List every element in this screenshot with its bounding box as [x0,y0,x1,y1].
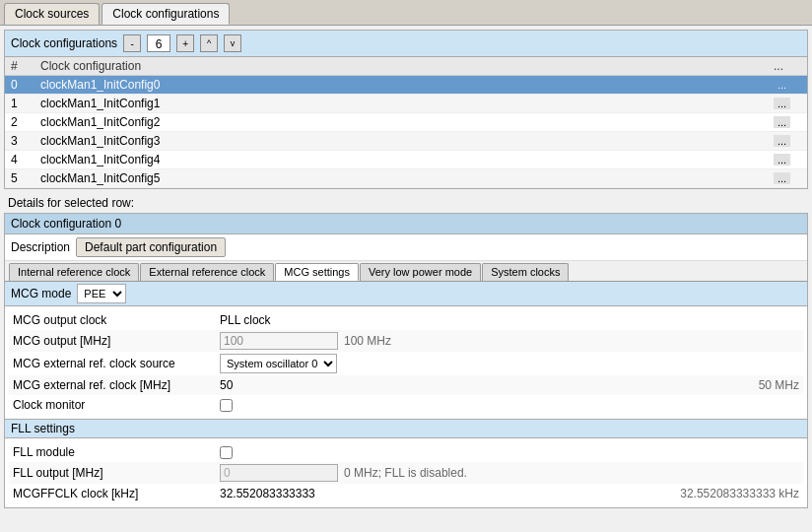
section-title: Clock configurations [11,36,117,50]
increment-button[interactable]: + [176,34,194,52]
decrement-button[interactable]: - [123,34,141,52]
setting-row-mcg-output-mhz: MCG output [MHz] 100 MHz [9,330,803,352]
settings-area: MCG output clock PLL clock MCG output [M… [5,306,807,419]
fll-header: FLL settings [5,419,807,438]
row-id: 0 [5,76,34,95]
fll-settings-area: FLL module FLL output [MHz] 0 MHz; FLL i… [5,438,807,507]
input-mcg-output-mhz[interactable] [220,332,338,350]
unit-mcg-ext-clk: 50 MHz [759,378,799,392]
table-row[interactable]: 4clockMan1_InitConfig4... [5,151,807,169]
count-value: 6 [147,34,170,52]
label-mcg-ext-src: MCG external ref. clock source [13,357,220,370]
details-label: Details for selected row: [4,193,808,213]
label-clock-monitor: Clock monitor [13,398,220,412]
mcg-mode-header: MCG mode PEE FEI FBI BLPI [5,282,807,306]
row-id: 1 [5,95,34,113]
setting-row-mcgffclk: MCGFFCLK clock [kHz] 32.552083333333 32.… [9,484,803,503]
label-mcgffclk: MCGFFCLK clock [kHz] [13,487,220,500]
ellipsis-button[interactable]: ... [774,135,790,147]
row-id: 5 [5,169,34,188]
row-id: 2 [5,113,34,132]
select-mcg-ext-src[interactable]: System oscillator 0 System oscillator 1 [220,354,337,373]
row-action[interactable]: ... [768,95,807,113]
row-action[interactable]: ... [768,76,807,95]
config-panel-title: Clock configuration 0 [5,214,807,234]
row-action[interactable]: ... [768,113,807,132]
col-header-id: # [5,57,34,76]
arrow-up-button[interactable]: ^ [200,34,218,52]
mcg-mode-label: MCG mode [11,287,71,300]
config-table: # Clock configuration ... 0clockMan1_Ini… [5,57,807,188]
row-name: clockMan1_InitConfig2 [34,113,768,132]
section-header: Clock configurations - 6 + ^ v [5,31,807,57]
input-fll-output [220,464,338,482]
tab-clock-configurations[interactable]: Clock configurations [102,3,230,25]
row-action[interactable]: ... [768,169,807,188]
inner-tab-bar: Internal reference clock External refere… [5,261,807,282]
value-mcgffclk: 32.552083333333 [220,487,674,500]
value-mcg-output-clock: PLL clock [220,313,799,327]
checkbox-fll-module[interactable] [220,446,233,459]
setting-row-fll-module: FLL module [9,442,803,462]
row-id: 3 [5,132,34,151]
tab-mcg-settings[interactable]: MCG settings [275,263,359,281]
unit-mcg-output-mhz: 100 MHz [344,334,391,348]
main-content: Clock configurations - 6 + ^ v # Clock c… [0,26,812,532]
description-row: Description Default part configuration [5,234,807,261]
table-row[interactable]: 3clockMan1_InitConfig3... [5,132,807,151]
mcg-mode-select[interactable]: PEE FEI FBI BLPI [77,284,126,303]
label-mcg-ext-clk: MCG external ref. clock [MHz] [13,378,220,392]
label-fll-output: FLL output [MHz] [13,466,220,480]
row-name: clockMan1_InitConfig5 [34,169,768,188]
ellipsis-button[interactable]: ... [774,116,790,128]
ellipsis-button[interactable]: ... [774,79,790,91]
ellipsis-button[interactable]: ... [774,98,790,109]
table-row[interactable]: 5clockMan1_InitConfig5... [5,169,807,188]
ellipsis-button[interactable]: ... [774,154,790,166]
table-row[interactable]: 1clockMan1_InitConfig1... [5,95,807,113]
row-name: clockMan1_InitConfig1 [34,95,768,113]
row-action[interactable]: ... [768,151,807,169]
description-tab[interactable]: Default part configuration [76,237,226,257]
description-label: Description [11,240,70,254]
tab-system-clocks[interactable]: System clocks [482,263,569,281]
row-name: clockMan1_InitConfig4 [34,151,768,169]
top-tab-bar: Clock sources Clock configurations [0,0,812,26]
row-name: clockMan1_InitConfig0 [34,76,768,95]
setting-row-mcg-ext-src: MCG external ref. clock source System os… [9,352,803,375]
col-header-action: ... [768,57,807,76]
setting-row-mcg-ext-clk: MCG external ref. clock [MHz] 50 50 MHz [9,375,803,395]
label-mcg-output-clock: MCG output clock [13,313,220,327]
setting-row-clock-monitor: Clock monitor [9,395,803,415]
arrow-down-button[interactable]: v [224,34,241,52]
setting-row-fll-output: FLL output [MHz] 0 MHz; FLL is disabled. [9,462,803,484]
row-name: clockMan1_InitConfig3 [34,132,768,151]
tab-internal-ref[interactable]: Internal reference clock [9,263,139,281]
checkbox-clock-monitor[interactable] [220,399,233,412]
label-fll-module: FLL module [13,445,220,459]
table-row[interactable]: 0clockMan1_InitConfig0... [5,76,807,95]
clock-config-section: Clock configurations - 6 + ^ v # Clock c… [4,30,808,189]
col-header-name: Clock configuration [34,57,768,76]
config-panel: Clock configuration 0 Description Defaul… [4,213,808,508]
label-mcg-output-mhz: MCG output [MHz] [13,334,220,348]
unit-fll-output: 0 MHz; FLL is disabled. [344,466,467,480]
tab-vlp-mode[interactable]: Very low power mode [360,263,481,281]
tab-clock-sources[interactable]: Clock sources [4,3,100,25]
ellipsis-button[interactable]: ... [774,172,790,184]
tab-external-ref[interactable]: External reference clock [140,263,274,281]
row-action[interactable]: ... [768,132,807,151]
row-id: 4 [5,151,34,169]
setting-row-mcg-output-clock: MCG output clock PLL clock [9,310,803,330]
value-mcg-ext-clk: 50 [220,378,753,392]
unit-mcgffclk: 32.552083333333 kHz [680,487,799,500]
table-row[interactable]: 2clockMan1_InitConfig2... [5,113,807,132]
